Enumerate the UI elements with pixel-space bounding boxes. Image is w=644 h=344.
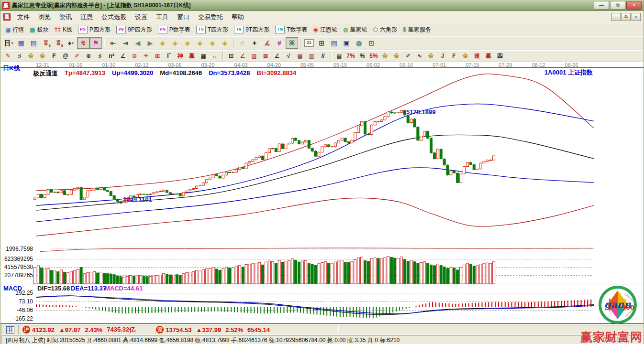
angle-lines-tool[interactable]: ∠ xyxy=(271,51,283,61)
mdi-restore-button[interactable]: ⧉ xyxy=(622,13,631,21)
gann-diamond-v-button[interactable]: ◈ xyxy=(194,37,206,49)
winner-wheel-button[interactable]: ◍赢家轮 xyxy=(340,24,370,35)
width-arrows-tool[interactable]: ↔ xyxy=(209,51,221,61)
t-square-button[interactable]: TST四方形 xyxy=(193,24,231,35)
speed-lines-tool[interactable]: 速 xyxy=(471,51,483,61)
menu-item-8[interactable]: 交易委托 xyxy=(194,11,227,23)
hand-tool-button[interactable]: ☝ xyxy=(236,37,248,49)
gann-diamond-right-button[interactable]: ◈ xyxy=(169,37,181,49)
gann-diamond-cross-button[interactable]: ◈ xyxy=(206,37,219,49)
gold-line-tool[interactable]: 金 xyxy=(391,51,402,61)
p-square-button[interactable]: PSP四方形 xyxy=(75,24,113,35)
zigzag-tool-icon[interactable]: ↯ xyxy=(77,37,89,49)
spiral-tool[interactable]: @ xyxy=(60,51,71,61)
grid-red-tool[interactable]: ▦ xyxy=(294,51,306,61)
grid-comb-tool[interactable]: ♯ xyxy=(14,51,25,61)
export-button[interactable]: ◍ xyxy=(353,37,365,49)
ying-lines-tool[interactable]: 赢 xyxy=(483,51,494,61)
i-marks-tool[interactable]: I˝ xyxy=(163,51,175,61)
save-button[interactable]: ▣ xyxy=(340,37,353,49)
gold-circle-tool[interactable]: 金 xyxy=(379,51,391,61)
shen-grid-tool[interactable]: 神 xyxy=(175,51,186,61)
web-tool[interactable]: ✳ xyxy=(140,51,152,61)
candle-style-button[interactable]: ♦▾ xyxy=(65,37,77,49)
box-web-tool[interactable]: ⊠ xyxy=(260,51,271,61)
bars3-icon[interactable]: ʬ3 xyxy=(40,37,52,49)
ying-grid-tool[interactable]: 赢 xyxy=(186,51,198,61)
j-angle-tool[interactable]: J xyxy=(437,51,448,61)
nav-next-button[interactable]: ▶ xyxy=(144,37,156,49)
target-circle-tool[interactable]: ⊖ xyxy=(129,51,140,61)
four-lines-tool[interactable]: 四 xyxy=(494,51,506,61)
calculator-button[interactable]: ⊞ xyxy=(315,37,328,49)
wave-tool[interactable]: ∿ xyxy=(414,51,425,61)
slash-lines-tool[interactable]: // xyxy=(317,51,329,61)
menu-item-6[interactable]: 工具 xyxy=(152,11,173,23)
gann-diamond-all-button[interactable]: ◈ xyxy=(219,37,231,49)
flag-tool-icon[interactable]: ⚑ xyxy=(89,37,102,49)
nav-last-button[interactable]: ⇥ xyxy=(119,37,132,49)
knife-tool[interactable]: ✐ xyxy=(71,51,83,61)
menu-item-7[interactable]: 窗口 xyxy=(173,11,194,23)
gann-diamond-left-button[interactable]: ◈ xyxy=(156,37,169,49)
quotes-button[interactable]: ▦行情 xyxy=(2,24,27,35)
n2-grid-tool[interactable]: n² xyxy=(106,51,117,61)
hexagon-button[interactable]: ⬡六角形 xyxy=(370,24,400,35)
percent5-tool[interactable]: 5% xyxy=(368,51,379,61)
percent-tool[interactable]: % xyxy=(356,51,368,61)
gann-wheel-button[interactable]: ◉江恩轮 xyxy=(310,24,340,35)
gann-diamond-h-button[interactable]: ◈ xyxy=(181,37,194,49)
crosshair-tool-button[interactable]: + xyxy=(248,37,261,49)
gold-grid-tool-1[interactable]: 金 xyxy=(25,51,37,61)
percent7-tool[interactable]: 7% xyxy=(345,51,356,61)
measure-tool[interactable]: ▤ xyxy=(333,51,345,61)
grid-tool-button[interactable]: # xyxy=(273,37,286,49)
window-layout-icon[interactable]: ▦ xyxy=(15,37,27,49)
gold-underline-tool[interactable]: 金 xyxy=(425,51,437,61)
menu-item-5[interactable]: 设置 xyxy=(131,11,152,23)
comb2-tool[interactable]: ♯ xyxy=(94,51,106,61)
nav-prev-button[interactable]: ◀ xyxy=(132,37,144,49)
notes-button[interactable]: ▤ xyxy=(328,37,340,49)
menu-item-1[interactable]: 浏览 xyxy=(34,11,55,23)
grid-red2-tool[interactable]: ▥ xyxy=(306,51,317,61)
system-button[interactable]: ⊡ xyxy=(365,37,378,49)
ruler-grid-tool[interactable]: ▦ xyxy=(198,51,209,61)
menu-item-2[interactable]: 资讯 xyxy=(55,11,76,23)
period-day-button[interactable]: 日▾ xyxy=(2,37,15,49)
menu-item-9[interactable]: 帮助 xyxy=(227,11,248,23)
arrow-knife-tool[interactable]: ✐ xyxy=(402,51,414,61)
f-grid-tool[interactable]: F xyxy=(48,51,60,61)
kline-button[interactable]: †‡K线 xyxy=(52,24,75,35)
menu-item-0[interactable]: 文件 xyxy=(13,11,34,23)
gold-grid-tool-2[interactable]: 金 xyxy=(37,51,48,61)
gold-angle-tool[interactable]: 金 xyxy=(460,51,471,61)
angle-guide-tool[interactable]: ∠ xyxy=(117,51,129,61)
maze-tool-button[interactable]: ⌘ xyxy=(286,37,298,49)
info-panel-icon[interactable]: ▤ xyxy=(27,37,40,49)
web-box-tool[interactable]: ⊞ xyxy=(152,51,163,61)
check-lines-tool[interactable]: √ xyxy=(283,51,294,61)
f-angle-tool[interactable]: F xyxy=(448,51,460,61)
draw-pen-tool[interactable]: ✎ xyxy=(2,51,14,61)
p-table-button[interactable]: PNP数字表 xyxy=(155,24,193,35)
calendar-button[interactable]: 21 xyxy=(303,37,315,49)
mdi-close-button[interactable]: × xyxy=(632,13,641,21)
9t-square-button[interactable]: T99T四方形 xyxy=(231,24,272,35)
fan-lines-tool[interactable]: ∠ xyxy=(237,51,248,61)
close-button[interactable]: × xyxy=(626,1,642,10)
angle-tool-button[interactable]: ∡ xyxy=(261,37,273,49)
9p-square-button[interactable]: P99P四方形 xyxy=(113,24,155,35)
mdi-minimize-button[interactable]: — xyxy=(611,13,621,21)
minimize-button[interactable]: — xyxy=(594,1,609,10)
quote-grid-icon[interactable] xyxy=(6,326,14,333)
bars9-icon[interactable]: ʬ9 xyxy=(52,37,65,49)
restore-button[interactable]: ⧉ xyxy=(610,1,625,10)
box-frame-tool[interactable]: ⊡ xyxy=(225,51,237,61)
box-fan-tool[interactable]: ▨ xyxy=(248,51,260,61)
winner-service-button[interactable]: $赢家服务 xyxy=(400,24,434,35)
sectors-button[interactable]: ▩板块 xyxy=(27,24,51,35)
menu-item-3[interactable]: 江恩 xyxy=(76,11,97,23)
menu-item-4[interactable]: 公式选股 xyxy=(97,11,131,23)
circle-grid-tool[interactable]: ⊕ xyxy=(83,51,94,61)
